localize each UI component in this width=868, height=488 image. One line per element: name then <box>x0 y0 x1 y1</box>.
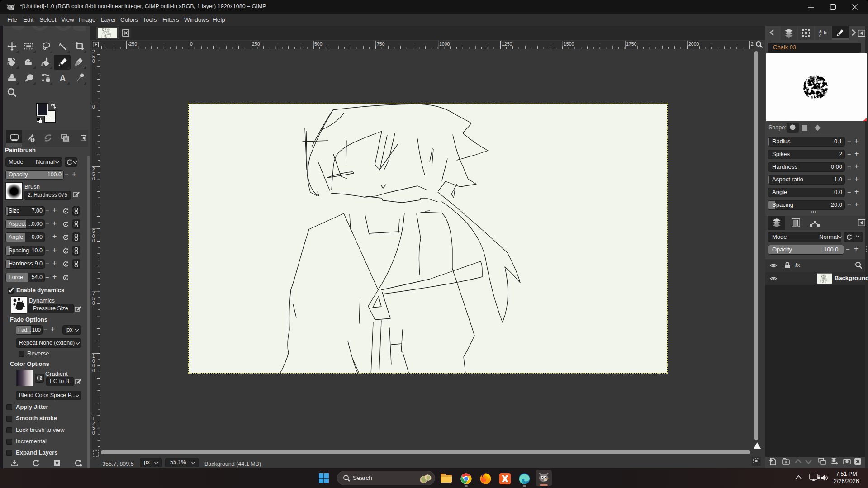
svg-text:A: A <box>59 73 66 83</box>
svg-text:b: b <box>824 30 827 35</box>
svg-text:c: c <box>819 33 821 37</box>
svg-text:t: t <box>7 62 9 66</box>
